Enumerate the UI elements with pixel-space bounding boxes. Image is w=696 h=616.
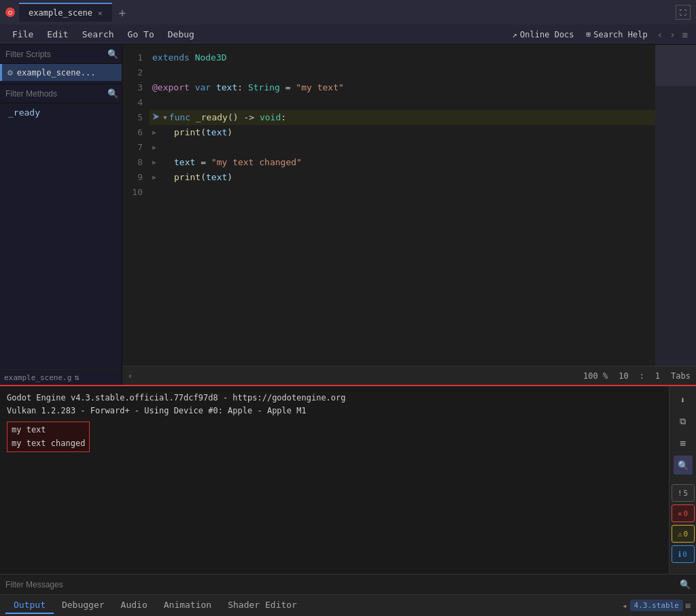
code-line-4 xyxy=(150,95,655,110)
copy-button[interactable]: ⧉ xyxy=(674,412,693,431)
sidebar-footer: example_scene.g ⇅ xyxy=(0,369,122,385)
version-badge: 4.3.stable xyxy=(630,600,683,611)
messages-badge[interactable]: ! 5 xyxy=(672,484,695,502)
filter-scripts-bar: 🔍 xyxy=(0,45,122,64)
title-bar: ○ example_scene ✕ + ⛶ xyxy=(0,0,696,24)
tab-audio[interactable]: Audio xyxy=(113,597,156,614)
filter-messages-bar: 🔍 xyxy=(0,574,696,594)
bottom-panel: Godot Engine v4.3.stable.official.77dcf9… xyxy=(0,385,696,616)
menu-file[interactable]: File xyxy=(5,27,40,41)
external-link-icon: ↗ xyxy=(512,30,517,39)
scroll-left-icon[interactable]: ‹ xyxy=(128,371,133,381)
code-line-7: ▶ xyxy=(150,140,655,155)
sidebar-file-label: example_scene.g xyxy=(4,373,71,382)
error-count: 0 xyxy=(684,509,689,518)
minimap xyxy=(655,45,696,366)
breakpoint-icon: ⮞ xyxy=(152,110,160,125)
filter-messages-search-icon[interactable]: 🔍 xyxy=(680,579,691,589)
filter-scripts-input[interactable] xyxy=(5,50,107,59)
code-editor[interactable]: 1 2 3 4 5 6 7 8 9 10 extends Node3D xyxy=(122,45,696,385)
tab-shader-editor[interactable]: Shader Editor xyxy=(220,597,305,614)
script-gear-icon: ⚙ xyxy=(7,67,13,78)
code-line-6: ▶ print(text) xyxy=(150,125,655,140)
filter-methods-bar: 🔍 xyxy=(0,84,122,103)
tab-output[interactable]: Output xyxy=(5,597,54,614)
output-text: Godot Engine v4.3.stable.official.77dcf9… xyxy=(0,386,669,574)
output-line-2: my text changed xyxy=(12,437,85,450)
code-line-9: ▶ print(text) xyxy=(150,170,655,185)
info-badge[interactable]: ℹ 0 xyxy=(672,545,695,563)
editor-status-bar: ‹ 100 % 10 : 1 Tabs xyxy=(122,366,696,385)
search-output-button[interactable]: 🔍 xyxy=(674,456,693,475)
search-help-icon: ⊞ xyxy=(587,30,591,39)
bottom-nav-left-icon[interactable]: ◂ xyxy=(622,601,627,611)
warning-count: 0 xyxy=(684,530,689,538)
warning-icon: ⚠ xyxy=(678,530,682,538)
scene-tab-label: example_scene xyxy=(29,8,92,18)
messages-icon: ! xyxy=(678,489,682,498)
errors-badge[interactable]: ✕ 0 xyxy=(672,504,695,522)
menu-debug[interactable]: Debug xyxy=(161,27,201,41)
nav-back-button[interactable]: ‹ xyxy=(655,29,665,40)
indent-type: Tabs xyxy=(671,371,691,381)
output-area: Godot Engine v4.3.stable.official.77dcf9… xyxy=(0,386,696,574)
sidebar-sort-icon[interactable]: ⇅ xyxy=(74,373,79,382)
hamburger-menu-button[interactable]: ≡ xyxy=(680,29,691,40)
line-numbers: 1 2 3 4 5 6 7 8 9 10 xyxy=(122,45,150,366)
tab-close-button[interactable]: ✕ xyxy=(98,9,103,18)
messages-count: 5 xyxy=(684,489,689,498)
menu-edit[interactable]: Edit xyxy=(40,27,75,41)
filter-messages-input[interactable] xyxy=(5,580,680,589)
bottom-layout-icon[interactable]: ⊞ xyxy=(686,601,691,611)
online-docs-button[interactable]: ↗ Online Docs xyxy=(507,28,580,41)
code-line-1: extends Node3D xyxy=(150,50,655,65)
info-icon: ℹ xyxy=(678,550,681,559)
filter-methods-search-icon[interactable]: 🔍 xyxy=(107,88,118,99)
output-line-1: my text xyxy=(12,424,85,437)
bottom-tabs: Output Debugger Audio Animation Shader E… xyxy=(0,594,696,616)
menu-search[interactable]: Search xyxy=(75,27,121,41)
online-docs-label: Online Docs xyxy=(520,30,574,39)
search-help-button[interactable]: ⊞ Search Help xyxy=(581,28,653,41)
line-number: 10 xyxy=(619,371,628,381)
error-icon: ✕ xyxy=(678,509,682,518)
fold-arrow-icon: ▾ xyxy=(162,110,168,125)
script-item[interactable]: ⚙ example_scene... xyxy=(0,64,122,81)
code-line-2 xyxy=(150,65,655,80)
filter-methods-input[interactable] xyxy=(5,89,107,99)
tab-debugger[interactable]: Debugger xyxy=(54,597,113,614)
download-button[interactable]: ⬇ xyxy=(674,390,693,409)
menu-bar: File Edit Search Go To Debug ↗ Online Do… xyxy=(0,24,696,45)
filter-scripts-search-icon[interactable]: 🔍 xyxy=(107,49,118,59)
editor-area: 🔍 ⚙ example_scene... 🔍 _ready example_sc… xyxy=(0,45,696,385)
maximize-button[interactable]: ⛶ xyxy=(676,5,691,20)
scene-tab[interactable]: example_scene ✕ xyxy=(19,3,112,22)
code-line-10 xyxy=(150,185,655,200)
code-line-3: @export var text: String = "my text" xyxy=(150,80,655,95)
warnings-badge[interactable]: ⚠ 0 xyxy=(672,525,695,543)
godot-version-line: Godot Engine v4.3.stable.official.77dcf9… xyxy=(7,392,662,405)
output-sidebar: ⬇ ⧉ ≡ 🔍 ! 5 ✕ 0 ⚠ 0 ℹ 0 xyxy=(669,386,696,574)
code-lines[interactable]: extends Node3D @export var text: String … xyxy=(150,45,655,366)
search-help-label: Search Help xyxy=(593,30,647,39)
zoom-level: 100 % xyxy=(583,371,608,381)
nav-forward-button[interactable]: › xyxy=(667,29,678,40)
script-name-label: example_scene... xyxy=(17,68,96,78)
method-ready[interactable]: _ready xyxy=(0,103,122,122)
col-number: 1 xyxy=(655,371,660,381)
col-separator: : xyxy=(640,371,644,381)
add-tab-button[interactable]: + xyxy=(114,5,132,20)
filter-output-button[interactable]: ≡ xyxy=(674,434,693,453)
output-lines: my text my text changed xyxy=(7,422,662,451)
code-line-5: ⮞ ▾ func _ready() -> void: xyxy=(150,110,655,125)
code-line-8: ▶ text = "my text changed" xyxy=(150,155,655,170)
window-icon: ○ xyxy=(5,7,15,17)
tab-animation[interactable]: Animation xyxy=(156,597,220,614)
menu-goto[interactable]: Go To xyxy=(121,27,161,41)
output-highlight-box: my text my text changed xyxy=(7,422,90,451)
vulkan-line: Vulkan 1.2.283 - Forward+ - Using Device… xyxy=(7,405,662,417)
sidebar: 🔍 ⚙ example_scene... 🔍 _ready example_sc… xyxy=(0,45,122,385)
info-count: 0 xyxy=(682,550,687,559)
